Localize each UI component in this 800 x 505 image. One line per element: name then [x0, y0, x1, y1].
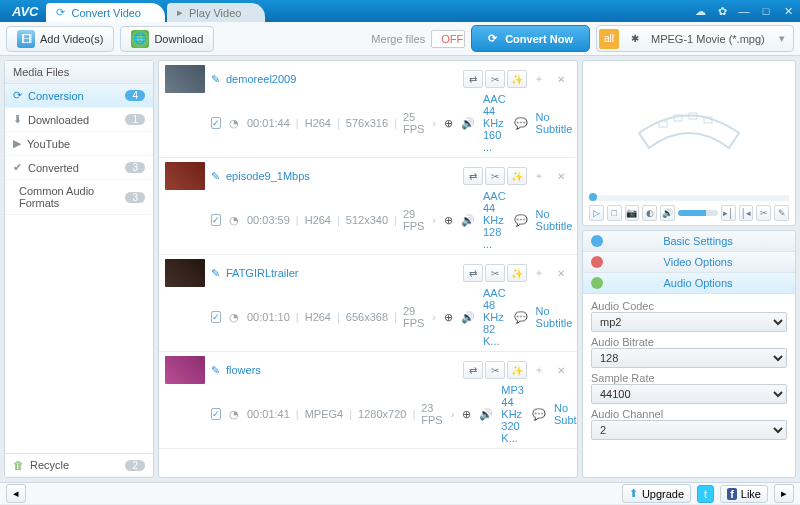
audio-channel-select[interactable]: 2 [591, 420, 787, 440]
tab-play-video[interactable]: ▸ Play Video [167, 3, 265, 22]
cut-button[interactable]: ✂ [485, 167, 505, 185]
remove-button[interactable]: ✕ [551, 264, 571, 282]
download-button[interactable]: 🌐 Download [120, 26, 214, 52]
globe-icon[interactable]: ⊕ [444, 311, 453, 324]
file-row[interactable]: ✎episode9_1Mbps⇄✂✨＋✕✓◔00:03:59|H264|512x… [159, 158, 577, 255]
checkbox[interactable]: ✓ [211, 117, 221, 129]
checkbox[interactable]: ✓ [211, 408, 221, 420]
convert-now-button[interactable]: ⟳ Convert Now [471, 25, 590, 52]
sidebar-item-youtube[interactable]: ▶YouTube [5, 132, 153, 156]
preview-seekbar[interactable] [589, 195, 789, 201]
audio-info[interactable]: MP3 44 KHz 320 K... [501, 384, 524, 444]
status-bar: ◂ ⬆Upgrade t fLike ▸ [0, 482, 800, 504]
swap-button[interactable]: ⇄ [463, 361, 483, 379]
audio-bitrate-select[interactable]: 128 [591, 348, 787, 368]
cut-button[interactable]: ✂ [485, 361, 505, 379]
settings-icon[interactable]: ✿ [714, 5, 730, 18]
subtitle-info[interactable]: No Subtitle [536, 111, 573, 135]
youtube-icon: ▶ [13, 137, 21, 150]
window-controls: ☁ ✿ — □ ✕ [692, 5, 796, 18]
volume-slider[interactable] [678, 210, 718, 216]
file-row[interactable]: ✎FATGIRLtrailer⇄✂✨＋✕✓◔00:01:10|H264|656x… [159, 255, 577, 352]
chevron-right-icon[interactable]: › [432, 311, 436, 323]
remove-button[interactable]: ✕ [551, 167, 571, 185]
sidebar-item-count: 4 [125, 90, 145, 101]
globe-icon[interactable]: ⊕ [444, 117, 453, 130]
file-row[interactable]: ✎demoreel2009⇄✂✨＋✕✓◔00:01:44|H264|576x31… [159, 61, 577, 158]
dot-icon [591, 235, 603, 247]
cloud-icon[interactable]: ☁ [692, 5, 708, 18]
edit-icon[interactable]: ✎ [211, 170, 220, 183]
audio-codec-label: Audio Codec [591, 300, 787, 312]
checkbox[interactable]: ✓ [211, 214, 221, 226]
downloaded-icon: ⬇ [13, 113, 22, 126]
remove-button[interactable]: ✕ [551, 70, 571, 88]
stop-button[interactable]: □ [607, 205, 622, 221]
effects-button[interactable]: ✨ [507, 70, 527, 88]
play-button[interactable]: ▷ [589, 205, 604, 221]
sidebar-item-downloaded[interactable]: ⬇Downloaded1 [5, 108, 153, 132]
close-icon[interactable]: ✕ [780, 5, 796, 18]
sidebar-item-common-audio-formats[interactable]: Common Audio Formats3 [5, 180, 153, 215]
video-options-header[interactable]: Video Options [583, 252, 795, 273]
audio-codec-select[interactable]: mp2 [591, 312, 787, 332]
add-button[interactable]: ＋ [529, 361, 549, 379]
file-title[interactable]: flowers [226, 364, 261, 376]
sidebar-recycle[interactable]: 🗑 Recycle 2 [5, 453, 153, 477]
subtitle-info[interactable]: No Subtitle [536, 305, 573, 329]
globe-icon[interactable]: ⊕ [444, 214, 453, 227]
cut-button[interactable]: ✂ [756, 205, 771, 221]
file-title[interactable]: demoreel2009 [226, 73, 296, 85]
remove-button[interactable]: ✕ [551, 361, 571, 379]
basic-settings-header[interactable]: Basic Settings [583, 231, 795, 252]
twitter-button[interactable]: t [697, 485, 714, 503]
file-row[interactable]: ✎flowers⇄✂✨＋✕✓◔00:01:41|MPEG4|1280x720|2… [159, 352, 577, 449]
file-title[interactable]: FATGIRLtrailer [226, 267, 299, 279]
effects-button[interactable]: ✨ [507, 264, 527, 282]
cut-button[interactable]: ✂ [485, 264, 505, 282]
sidebar-item-converted[interactable]: ✔Converted3 [5, 156, 153, 180]
mark-in-button[interactable]: ▸│ [721, 205, 736, 221]
chevron-right-icon[interactable]: › [451, 408, 455, 420]
sample-rate-select[interactable]: 44100 [591, 384, 787, 404]
add-button[interactable]: ＋ [529, 167, 549, 185]
cut-button[interactable]: ✂ [485, 70, 505, 88]
output-profile-selector[interactable]: all ✱ MPEG-1 Movie (*.mpg) ▾ [596, 25, 794, 52]
edit-icon[interactable]: ✎ [211, 364, 220, 377]
tab-convert-video[interactable]: ⟳ Convert Video [46, 3, 165, 22]
sidebar-item-conversion[interactable]: ⟳Conversion4 [5, 84, 153, 108]
volume-button[interactable]: 🔊 [660, 205, 675, 221]
edit-icon[interactable]: ✎ [211, 73, 220, 86]
snapshot-button[interactable]: 📷 [625, 205, 640, 221]
facebook-like-button[interactable]: fLike [720, 485, 768, 503]
add-button[interactable]: ＋ [529, 70, 549, 88]
add-button[interactable]: ＋ [529, 264, 549, 282]
checkbox[interactable]: ✓ [211, 311, 221, 323]
eye-button[interactable]: ◐ [642, 205, 657, 221]
audio-options-header[interactable]: Audio Options [583, 273, 795, 294]
swap-button[interactable]: ⇄ [463, 264, 483, 282]
audio-info[interactable]: AAC 44 KHz 160 ... [483, 93, 506, 153]
chevron-right-icon[interactable]: › [432, 214, 436, 226]
wand-button[interactable]: ✎ [774, 205, 789, 221]
minimize-icon[interactable]: — [736, 5, 752, 18]
chevron-right-icon[interactable]: › [432, 117, 436, 129]
edit-icon[interactable]: ✎ [211, 267, 220, 280]
effects-button[interactable]: ✨ [507, 361, 527, 379]
maximize-icon[interactable]: □ [758, 5, 774, 18]
collapse-right-button[interactable]: ▸ [774, 484, 794, 503]
add-videos-button[interactable]: 🎞 Add Video(s) [6, 26, 114, 52]
collapse-left-button[interactable]: ◂ [6, 484, 26, 503]
swap-button[interactable]: ⇄ [463, 167, 483, 185]
subtitle-info[interactable]: No Subtitle [554, 402, 578, 426]
globe-icon[interactable]: ⊕ [462, 408, 471, 421]
upgrade-button[interactable]: ⬆Upgrade [622, 484, 691, 503]
effects-button[interactable]: ✨ [507, 167, 527, 185]
audio-info[interactable]: AAC 48 KHz 82 K... [483, 287, 506, 347]
swap-button[interactable]: ⇄ [463, 70, 483, 88]
subtitle-info[interactable]: No Subtitle [536, 208, 573, 232]
mark-out-button[interactable]: │◂ [739, 205, 754, 221]
merge-toggle[interactable]: OFF [431, 30, 465, 48]
audio-info[interactable]: AAC 44 KHz 128 ... [483, 190, 506, 250]
file-title[interactable]: episode9_1Mbps [226, 170, 310, 182]
